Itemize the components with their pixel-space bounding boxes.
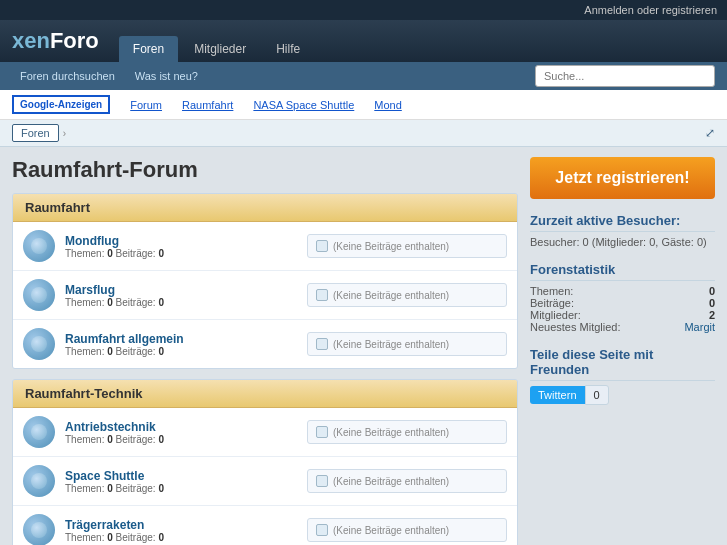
sidebar-stats-title: Forenstatistik xyxy=(530,262,715,281)
forum-icon-antriebstechnik xyxy=(23,416,55,448)
forum-row-traegerraketen: Trägerraketen Themen: 0 Beiträge: 0 (Kei… xyxy=(13,506,517,545)
latest-icon xyxy=(316,338,328,350)
forum-stats-traegerraketen: Themen: 0 Beiträge: 0 xyxy=(65,532,297,543)
breadcrumb-foren-link[interactable]: Foren xyxy=(12,124,59,142)
breadcrumb-item: Foren › xyxy=(12,124,66,142)
forum-row-mondflug: Mondflug Themen: 0 Beiträge: 0 (Keine Be… xyxy=(13,222,517,271)
forum-row-antriebstechnik: Antriebstechnik Themen: 0 Beiträge: 0 (K… xyxy=(13,408,517,457)
ad-link-raumfahrt[interactable]: Raumfahrt xyxy=(182,99,233,111)
sidebar-newest-member-link[interactable]: Margit xyxy=(684,321,715,333)
forum-row-marsflug: Marsflug Themen: 0 Beiträge: 0 (Keine Be… xyxy=(13,271,517,320)
sidebar-stat-mitglieder: Mitglieder: 2 xyxy=(530,309,715,321)
search-area xyxy=(535,65,715,87)
sidebar-stat-themen: Themen: 0 xyxy=(530,285,715,297)
twitter-share-widget: Twittern 0 xyxy=(530,385,609,405)
forum-icon-traegerraketen xyxy=(23,514,55,545)
sidebar-stat-neuestes: Neuestes Mitglied: Margit xyxy=(530,321,715,333)
forum-name-mondflug[interactable]: Mondflug xyxy=(65,234,119,248)
forum-section-technik: Raumfahrt-Technik Antriebstechnik Themen… xyxy=(12,379,518,545)
latest-icon xyxy=(316,289,328,301)
subnav-was-ist-neu[interactable]: Was ist neu? xyxy=(127,67,206,85)
search-input[interactable] xyxy=(535,65,715,87)
sidebar-share-title: Teile diese Seite mit Freunden xyxy=(530,347,715,381)
forum-latest-raumfahrt-allgemein: (Keine Beiträge enthalten) xyxy=(307,332,507,356)
sidebar-stats-section: Forenstatistik Themen: 0 Beiträge: 0 Mit… xyxy=(530,262,715,333)
forum-row-space-shuttle: Space Shuttle Themen: 0 Beiträge: 0 (Kei… xyxy=(13,457,517,506)
forum-stats-antriebstechnik: Themen: 0 Beiträge: 0 xyxy=(65,434,297,445)
forum-name-marsflug[interactable]: Marsflug xyxy=(65,283,115,297)
forum-latest-antriebstechnik: (Keine Beiträge enthalten) xyxy=(307,420,507,444)
latest-icon xyxy=(316,475,328,487)
main-nav: Foren Mitglieder Hilfe xyxy=(119,36,314,62)
sidebar-visitors-title: Zurzeit aktive Besucher: xyxy=(530,213,715,232)
forum-latest-marsflug: (Keine Beiträge enthalten) xyxy=(307,283,507,307)
forum-stats-space-shuttle: Themen: 0 Beiträge: 0 xyxy=(65,483,297,494)
forum-stats-raumfahrt-allgemein: Themen: 0 Beiträge: 0 xyxy=(65,346,297,357)
twitter-button[interactable]: Twittern xyxy=(530,386,585,404)
forum-name-space-shuttle[interactable]: Space Shuttle xyxy=(65,469,144,483)
forum-name-raumfahrt-allgemein[interactable]: Raumfahrt allgemein xyxy=(65,332,184,346)
ad-link-nasa[interactable]: NASA Space Shuttle xyxy=(253,99,354,111)
logo-xen: xen xyxy=(12,28,50,53)
subnav: Foren durchsuchen Was ist neu? xyxy=(12,67,206,85)
logo: xenForo xyxy=(12,28,99,62)
forum-icon-raumfahrt-allgemein xyxy=(23,328,55,360)
google-ads-label: Google-Anzeigen xyxy=(12,95,110,114)
sidebar-stat-beitraege: Beiträge: 0 xyxy=(530,297,715,309)
forum-name-antriebstechnik[interactable]: Antriebstechnik xyxy=(65,420,156,434)
forum-info-raumfahrt-allgemein: Raumfahrt allgemein Themen: 0 Beiträge: … xyxy=(65,332,297,357)
forum-info-traegerraketen: Trägerraketen Themen: 0 Beiträge: 0 xyxy=(65,518,297,543)
section-header-technik: Raumfahrt-Technik xyxy=(13,380,517,408)
forum-info-antriebstechnik: Antriebstechnik Themen: 0 Beiträge: 0 xyxy=(65,420,297,445)
forum-icon-mondflug xyxy=(23,230,55,262)
forum-info-marsflug: Marsflug Themen: 0 Beiträge: 0 xyxy=(65,283,297,308)
register-button[interactable]: Jetzt registrieren! xyxy=(530,157,715,199)
sidebar-share-section: Teile diese Seite mit Freunden Twittern … xyxy=(530,347,715,405)
ad-link-forum[interactable]: Forum xyxy=(130,99,162,111)
sidebar-visitors-text: Besucher: 0 (Mitglieder: 0, Gäste: 0) xyxy=(530,236,715,248)
content-area: Raumfahrt-Forum Raumfahrt Mondflug Theme… xyxy=(12,157,518,545)
forum-section-raumfahrt: Raumfahrt Mondflug Themen: 0 Beiträge: 0… xyxy=(12,193,518,369)
adbar: Google-Anzeigen Forum Raumfahrt NASA Spa… xyxy=(0,90,727,120)
forum-icon-space-shuttle xyxy=(23,465,55,497)
sidebar-visitors-section: Zurzeit aktive Besucher: Besucher: 0 (Mi… xyxy=(530,213,715,248)
forum-latest-traegerraketen: (Keine Beiträge enthalten) xyxy=(307,518,507,542)
ad-link-mond[interactable]: Mond xyxy=(374,99,402,111)
forum-icon-marsflug xyxy=(23,279,55,311)
forum-row-raumfahrt-allgemein: Raumfahrt allgemein Themen: 0 Beiträge: … xyxy=(13,320,517,368)
main-layout: Raumfahrt-Forum Raumfahrt Mondflug Theme… xyxy=(0,147,727,545)
forum-latest-space-shuttle: (Keine Beiträge enthalten) xyxy=(307,469,507,493)
topbar: Anmelden oder registrieren xyxy=(0,0,727,20)
subnav-foren-durchsuchen[interactable]: Foren durchsuchen xyxy=(12,67,123,85)
breadcrumb-expand-icon[interactable]: ⤢ xyxy=(705,126,715,140)
twitter-count: 0 xyxy=(585,385,609,405)
forum-stats-marsflug: Themen: 0 Beiträge: 0 xyxy=(65,297,297,308)
nav-tab-foren[interactable]: Foren xyxy=(119,36,178,62)
forum-name-traegerraketen[interactable]: Trägerraketen xyxy=(65,518,144,532)
forum-info-mondflug: Mondflug Themen: 0 Beiträge: 0 xyxy=(65,234,297,259)
logo-foro: Foro xyxy=(50,28,99,53)
latest-icon xyxy=(316,240,328,252)
forum-stats-mondflug: Themen: 0 Beiträge: 0 xyxy=(65,248,297,259)
forum-latest-mondflug: (Keine Beiträge enthalten) xyxy=(307,234,507,258)
breadcrumb-arrow-icon: › xyxy=(63,128,66,139)
login-register-link[interactable]: Anmelden oder registrieren xyxy=(584,4,717,16)
latest-icon xyxy=(316,524,328,536)
section-header-raumfahrt: Raumfahrt xyxy=(13,194,517,222)
latest-icon xyxy=(316,426,328,438)
sidebar: Jetzt registrieren! Zurzeit aktive Besuc… xyxy=(530,157,715,545)
page-title: Raumfahrt-Forum xyxy=(12,157,518,183)
header: xenForo Foren Mitglieder Hilfe xyxy=(0,20,727,62)
nav-tab-hilfe[interactable]: Hilfe xyxy=(262,36,314,62)
forum-info-space-shuttle: Space Shuttle Themen: 0 Beiträge: 0 xyxy=(65,469,297,494)
nav-tab-mitglieder[interactable]: Mitglieder xyxy=(180,36,260,62)
breadcrumb-top: Foren › ⤢ xyxy=(0,120,727,147)
